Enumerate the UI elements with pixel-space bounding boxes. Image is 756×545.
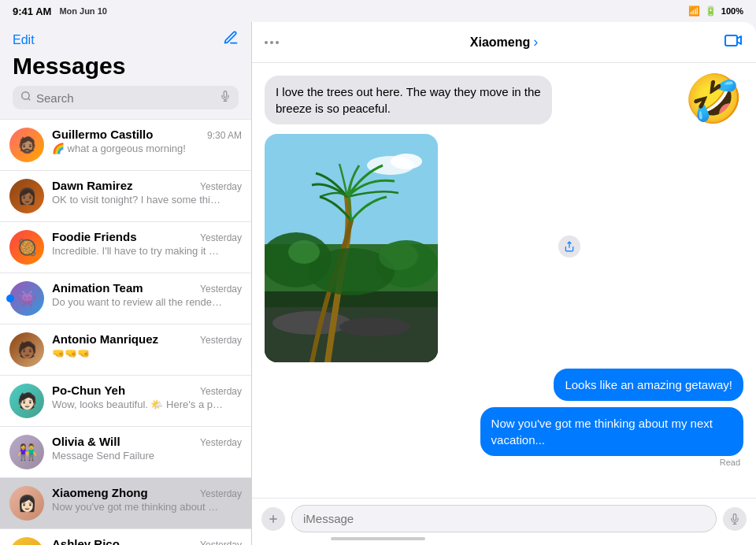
avatar: 🧔🏽 (9, 128, 44, 162)
app-container: Edit Messages (0, 22, 756, 545)
svg-point-11 (272, 311, 351, 335)
conv-time: Yesterday (200, 181, 242, 192)
conv-time: Yesterday (200, 437, 242, 448)
svg-point-12 (339, 317, 410, 336)
bubble-incoming: I love the trees out here. The way they … (265, 76, 552, 124)
conversation-item-olivia[interactable]: 👫Olivia & WillYesterdayMessage Send Fail… (0, 427, 251, 478)
battery-icon: 🔋 (705, 6, 717, 17)
conversation-item-xiaomeng[interactable]: 👩🏻Xiaomeng ZhongYesterdayNow you've got … (0, 478, 251, 529)
conv-name: Xiaomeng Zhong (52, 486, 148, 499)
mic-icon (220, 91, 231, 105)
conv-preview: Incredible. I'll have to try making it m… (52, 245, 225, 257)
chat-panel: Xiaomeng › 🤣 I love the trees out here. … (252, 22, 756, 545)
conversation-item-dawn[interactable]: 👩🏾Dawn RamirezYesterdayOK to visit tonig… (0, 171, 251, 222)
conv-time: Yesterday (200, 386, 242, 397)
conv-content: Guillermo Castillo9:30 AM🌈 what a gorgeo… (52, 128, 242, 154)
conversation-item-foodie[interactable]: 🥘Foodie FriendsYesterdayIncredible. I'll… (0, 222, 251, 273)
conv-content: Dawn RamirezYesterdayOK to visit tonight… (52, 179, 242, 206)
compose-button[interactable] (223, 30, 239, 50)
conversation-item-pochun[interactable]: 🧑🏻Po-Chun YehYesterdayWow, looks beautif… (0, 376, 251, 427)
sidebar-header: Edit Messages (0, 22, 251, 119)
conversation-list: 🧔🏽Guillermo Castillo9:30 AM🌈 what a gorg… (0, 119, 251, 545)
sidebar: Edit Messages (0, 22, 252, 545)
read-label: Read (720, 458, 740, 467)
conv-time: Yesterday (200, 335, 242, 346)
conv-preview: 🌈 what a gorgeous morning! (52, 143, 225, 154)
battery-level: 100% (721, 6, 743, 16)
avatar: 🥘 (9, 230, 44, 265)
message-outgoing-1: Looks like an amazing getaway! (265, 369, 743, 401)
status-date: Mon Jun 10 (59, 6, 107, 16)
conv-content: Xiaomeng ZhongYesterdayNow you've got me… (52, 486, 242, 513)
conv-name: Po-Chun Yeh (52, 384, 125, 397)
chevron-right-icon: › (533, 34, 538, 50)
edit-button[interactable]: Edit (13, 33, 35, 47)
svg-point-16 (288, 240, 320, 264)
chat-header-center[interactable]: Xiaomeng › (470, 34, 538, 50)
conv-time: 9:30 AM (207, 130, 242, 141)
conv-name: Antonio Manriquez (52, 332, 158, 346)
conv-content: Olivia & WillYesterdayMessage Send Failu… (52, 435, 242, 462)
conv-content: Ashley RicoYesterday (52, 537, 242, 545)
search-input[interactable] (36, 91, 215, 105)
svg-rect-4 (725, 35, 737, 46)
conv-time: Yesterday (200, 488, 242, 499)
message-text: I love the trees out here. The way they … (276, 85, 541, 115)
conv-content: Po-Chun YehYesterdayWow, looks beautiful… (52, 384, 242, 410)
conversation-item-ashley[interactable]: 👩🏽Ashley RicoYesterday (0, 529, 251, 545)
chat-header: Xiaomeng › (252, 22, 756, 63)
sidebar-top-actions: Edit (13, 30, 239, 50)
conv-preview: Now you've got me thinking about my next… (52, 501, 225, 513)
add-button[interactable] (261, 507, 285, 531)
bubble-outgoing-1: Looks like an amazing getaway! (554, 369, 743, 401)
status-time: 9:41 AM (13, 6, 51, 17)
conv-preview: Do you want to review all the renders to… (52, 296, 225, 308)
conversation-item-guillermo[interactable]: 🧔🏽Guillermo Castillo9:30 AM🌈 what a gorg… (0, 119, 251, 171)
svg-point-0 (22, 92, 29, 99)
svg-point-17 (379, 242, 418, 270)
message-incoming-text: I love the trees out here. The way they … (265, 76, 552, 124)
avatar: 🧑🏾 (9, 332, 44, 367)
avatar: 👫 (9, 435, 44, 469)
avatar: 👩🏻 (9, 486, 44, 521)
conv-time: Yesterday (200, 232, 242, 243)
home-indicator (331, 537, 425, 540)
message-input[interactable] (291, 505, 717, 532)
avatar: 👾 (9, 281, 44, 316)
conversation-item-animation[interactable]: 👾Animation TeamYesterdayDo you want to r… (0, 273, 251, 324)
message-outgoing-2: Now you've got me thinking about my next… (265, 407, 743, 467)
bubble-outgoing-2: Now you've got me thinking about my next… (480, 407, 743, 456)
wifi-icon: 📶 (688, 6, 700, 17)
svg-line-1 (28, 98, 31, 101)
avatar: 👩🏾 (9, 179, 44, 213)
conv-preview: 🤜🤜🤜 (52, 347, 225, 359)
conv-content: Animation TeamYesterdayDo you want to re… (52, 281, 242, 308)
conv-time: Yesterday (200, 539, 242, 545)
message-text-out1: Looks like an amazing getaway! (565, 378, 732, 391)
conv-name: Foodie Friends (52, 230, 137, 243)
mic-button[interactable] (723, 507, 747, 531)
conversation-item-antonio[interactable]: 🧑🏾Antonio ManriquezYesterday🤜🤜🤜 (0, 324, 251, 376)
conv-name: Ashley Rico (52, 537, 120, 545)
conv-content: Antonio ManriquezYesterday🤜🤜🤜 (52, 332, 242, 359)
avatar: 👩🏽 (9, 537, 44, 545)
svg-point-7 (391, 154, 422, 169)
conv-name: Animation Team (52, 281, 143, 295)
search-icon (20, 91, 32, 105)
video-call-button[interactable] (724, 33, 743, 51)
sidebar-title: Messages (13, 53, 239, 80)
conv-name: Olivia & Will (52, 435, 120, 448)
conv-preview: OK to visit tonight? I have some things … (52, 194, 225, 206)
conv-time: Yesterday (200, 284, 242, 295)
conv-preview: Message Send Failure (52, 450, 225, 462)
status-right: 📶 🔋 100% (688, 6, 743, 17)
input-bar (252, 498, 756, 545)
conv-preview: Wow, looks beautiful. 🌤️ Here's a photo … (52, 399, 225, 410)
message-incoming-image (265, 131, 552, 362)
conv-name: Dawn Ramirez (52, 179, 133, 192)
share-button[interactable] (558, 235, 580, 258)
search-bar[interactable] (13, 86, 239, 109)
conv-content: Foodie FriendsYesterdayIncredible. I'll … (52, 230, 242, 257)
image-bubble[interactable] (265, 134, 438, 362)
header-dots (265, 41, 279, 44)
